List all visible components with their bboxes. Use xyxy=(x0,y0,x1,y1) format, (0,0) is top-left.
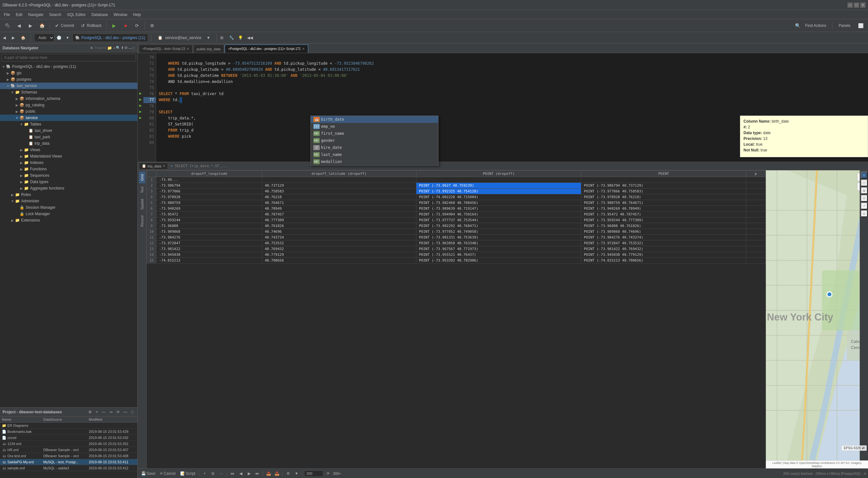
row-count-input[interactable] xyxy=(304,470,323,477)
run-line-btn[interactable]: ▶ xyxy=(138,90,143,96)
panels-button[interactable]: Panels xyxy=(836,21,853,30)
tree-arrow-views[interactable]: ▶ xyxy=(19,148,24,152)
tree-arrow-indexes[interactable]: ▶ xyxy=(19,161,24,165)
conn-options-button[interactable]: ▼ xyxy=(206,33,213,42)
trip-data-tab-close[interactable]: ✕ xyxy=(163,164,165,168)
table-row[interactable]: 5 -73.980759 40.764671 POINT (-73.982468… xyxy=(147,200,766,206)
col-header-rownum[interactable] xyxy=(147,171,156,177)
project-collapse-btn[interactable]: — xyxy=(122,409,129,415)
tree-item-agg-functions[interactable]: ▶ 📁 Aggregate functions xyxy=(0,185,137,191)
tree-item-gis[interactable]: ▶ 📦 gis xyxy=(0,70,137,76)
menu-database[interactable]: Database xyxy=(89,11,111,18)
col-header-point-dropoff[interactable]: POINT (dropoff) xyxy=(416,171,581,177)
project-maximize-btn[interactable]: □ xyxy=(130,409,135,415)
proj-row[interactable]: 📁ER Diagrams xyxy=(0,423,137,429)
table-row[interactable]: 9 -73.96888 40.761826 POINT (-73.982292 … xyxy=(147,223,766,229)
tree-arrow-gis[interactable]: ▶ xyxy=(6,71,10,75)
run-line-btn-3[interactable]: ▶ xyxy=(138,102,143,109)
menu-file[interactable]: File xyxy=(1,11,12,18)
menu-edit[interactable]: Edit xyxy=(13,11,25,18)
tree-item-indexes[interactable]: ▶ 📁 Indexes xyxy=(0,159,137,166)
copy-row-btn[interactable]: ⧉ xyxy=(209,470,216,477)
proj-row[interactable]: 🗂sample.erd MySQL - sakila3 2019-08-15 2… xyxy=(0,465,137,471)
table-row[interactable]: 1 -73.99... xyxy=(147,177,766,183)
refresh-data-btn[interactable]: ⟳ xyxy=(324,470,332,477)
last-page-btn[interactable]: ⏭ xyxy=(254,470,261,477)
tree-arrow-postgresql[interactable]: ▼ xyxy=(1,65,6,68)
tree-arrow-extensions[interactable]: ▶ xyxy=(10,219,15,222)
proj-row[interactable]: 🗂HR.erd DBeaver Sample - orcl 2019-08-15… xyxy=(0,447,137,453)
menu-sql-editor[interactable]: SQL Editor xyxy=(64,11,88,18)
delete-row-btn[interactable]: − xyxy=(218,470,225,477)
db-nav-close-btn[interactable]: ✕ xyxy=(90,46,93,50)
conn-history-button[interactable]: 🕒 xyxy=(56,33,63,42)
tree-arrow-public[interactable]: ▶ xyxy=(15,110,19,113)
tree-arrow-tables[interactable]: ▼ xyxy=(19,123,24,126)
maximize-panel-button[interactable]: ⬜ xyxy=(855,21,866,30)
tree-item-pg-catalog[interactable]: ▶ 📦 pg_catalog xyxy=(0,102,137,108)
col-header-dropoff-lat[interactable]: dropoff_latitude (dropoff) xyxy=(262,171,416,177)
tree-item-sequences[interactable]: ▶ 📁 Sequences xyxy=(0,172,137,179)
table-row[interactable]: 7 -73.95472 40.787457 POINT (-73.994904 … xyxy=(147,212,766,217)
proj-row[interactable]: 🗂SakilaPG-My.erd MySQL - test, Postgr...… xyxy=(0,459,137,465)
tree-item-lock-mgr[interactable]: ▶ 🔒 Lock Manager xyxy=(0,211,137,217)
commit-button[interactable]: ✔ Commit xyxy=(52,21,77,30)
db-nav-minimize-btn[interactable]: — xyxy=(128,46,132,50)
ac-item-birth-date[interactable]: 📅 birth_date xyxy=(311,116,438,123)
db-nav-filter-btn[interactable]: 🔍 xyxy=(116,46,120,50)
tree-arrow-roles[interactable]: ▶ xyxy=(10,193,15,197)
conn-arrow-left-button[interactable]: ◀◀ xyxy=(247,33,254,42)
col-header-extra[interactable]: p xyxy=(746,171,765,177)
map-point-btn[interactable]: ◉ xyxy=(861,187,868,194)
rollback-button[interactable]: ↺ Rollback xyxy=(78,21,104,30)
tree-arrow-functions[interactable]: ▶ xyxy=(19,168,24,171)
tree-item-administer[interactable]: ▼ 📁 Administer xyxy=(0,198,137,204)
ac-item-hire-date[interactable]: ⏱ hire_date xyxy=(311,144,438,151)
ac-item-gender[interactable]: ABC gender xyxy=(311,137,438,144)
tree-item-service[interactable]: ▼ 📦 service xyxy=(0,115,137,121)
conn-light-button[interactable]: 💡 xyxy=(238,33,245,42)
data-settings-btn[interactable]: ⚙ xyxy=(284,470,291,477)
tree-item-taxi-park[interactable]: ▶ 📋 taxi_park xyxy=(0,134,137,140)
menu-search[interactable]: Search xyxy=(46,11,64,18)
forward-button[interactable]: ▶ xyxy=(25,21,36,30)
run-line-btn-4[interactable]: ▶ xyxy=(138,109,143,115)
tree-item-functions[interactable]: ▶ 📁 Functions xyxy=(0,166,137,172)
tree-item-data-types[interactable]: ▶ 📁 Data types xyxy=(0,179,137,185)
map-settings-btn[interactable]: ⚙ xyxy=(861,195,868,202)
table-row[interactable]: 10 -73.989868 40.74696 POINT (-73.977852… xyxy=(147,229,766,235)
project-settings-btn[interactable]: ⚙ xyxy=(87,409,93,415)
tree-arrow-agg-functions[interactable]: ▶ xyxy=(19,187,24,190)
refresh-button[interactable]: ⟳ xyxy=(131,21,143,30)
find-actions-button[interactable]: Find Actions xyxy=(802,21,829,30)
tree-arrow-taxi-service[interactable]: ▼ xyxy=(6,84,10,88)
tab-trip-data[interactable]: public.trip_data xyxy=(193,44,224,53)
trip-data-tab[interactable]: 📋 trip_data ✕ xyxy=(139,162,168,170)
map-epsg-btn[interactable]: ⇄ xyxy=(862,446,865,450)
ac-item-medallion[interactable]: ABC medallion xyxy=(311,158,438,165)
proj-row[interactable]: 🗂1234.erd 2019-08-15 23:01:53.352 xyxy=(0,441,137,447)
import-btn[interactable]: 📥 xyxy=(273,470,280,477)
prev-page-btn[interactable]: ◀ xyxy=(237,470,244,477)
table-row[interactable]: 14 -73.945038 40.779129 POINT (-73.95552… xyxy=(147,252,766,258)
tree-item-session-mgr[interactable]: ▶ 🔒 Session Manager xyxy=(0,204,137,211)
tree-item-views[interactable]: ▶ 📁 Views xyxy=(0,147,137,153)
run-button[interactable]: ▶ xyxy=(108,21,119,30)
minimize-button[interactable]: — xyxy=(847,3,852,8)
conn-dropdown-button[interactable]: ▼ xyxy=(65,33,70,42)
auto-commit-select[interactable]: Auto xyxy=(34,34,54,42)
tree-item-postgresql[interactable]: ▼ 🐘 PostgreSQL - db2.dev - postgres (11) xyxy=(0,63,137,70)
project-delete-btn[interactable]: — xyxy=(100,409,107,415)
col-header-point[interactable]: POINT xyxy=(581,171,746,177)
tree-item-postgres[interactable]: ▶ 📦 postgres xyxy=(0,76,137,83)
run-line-btn-5[interactable]: ▶ xyxy=(138,115,143,121)
table-row[interactable]: 11 -73.984276 40.743734 POINT (-73.98133… xyxy=(147,235,766,240)
conn-back-button[interactable]: ◀ xyxy=(3,33,9,42)
maximize-button[interactable]: □ xyxy=(854,3,859,8)
tree-arrow-schemas[interactable]: ▼ xyxy=(10,91,15,94)
tree-arrow-postgres[interactable]: ▶ xyxy=(6,78,10,81)
col-header-dropoff-long[interactable]: dropoff_longitude xyxy=(156,171,262,177)
db-nav-collapse-btn[interactable]: ⬆ xyxy=(121,46,124,50)
table-row[interactable]: 13 -73.981422 40.769432 POINT (-73.96756… xyxy=(147,246,766,252)
project-link-btn[interactable]: ⇒ xyxy=(108,409,114,415)
